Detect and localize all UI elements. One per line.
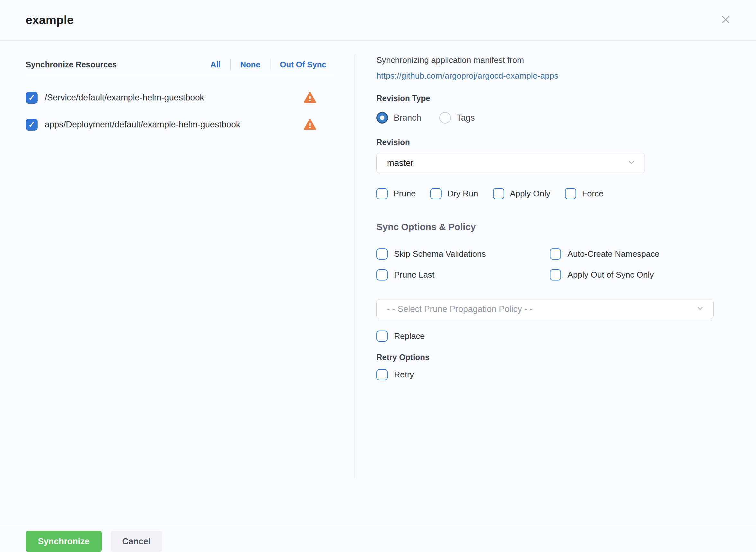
manifest-repo-link[interactable]: https://github.com/argoproj/argocd-examp… (376, 71, 558, 81)
checkbox-retry[interactable]: Retry (376, 369, 732, 380)
resource-checkbox-checked[interactable] (26, 119, 37, 131)
cancel-button[interactable]: Cancel (111, 531, 163, 552)
auto-create-namespace-label: Auto-Create Namespace (567, 249, 659, 259)
synchronize-button[interactable]: Synchronize (26, 531, 102, 552)
retry-options-heading: Retry Options (376, 353, 732, 362)
checkbox-dry-run[interactable]: Dry Run (430, 188, 478, 199)
checkbox-empty-icon (376, 188, 388, 199)
resource-filters: All None Out Of Sync (210, 59, 326, 70)
filter-separator (230, 59, 231, 70)
checkbox-empty-icon (550, 269, 561, 280)
close-icon (720, 14, 731, 26)
resource-row: /Service/default/example-helm-guestbook (26, 91, 334, 104)
radio-tags-label: Tags (457, 113, 475, 123)
close-button[interactable] (719, 13, 733, 27)
radio-selected-icon (376, 112, 388, 124)
filter-none[interactable]: None (240, 60, 260, 69)
replace-label: Replace (394, 331, 425, 341)
skip-schema-validations-label: Skip Schema Validations (394, 249, 486, 259)
warning-icon (304, 91, 316, 104)
checkbox-empty-icon (376, 269, 388, 280)
checkbox-empty-icon (430, 188, 442, 199)
checkbox-empty-icon (376, 330, 388, 342)
checkbox-prune-last[interactable]: Prune Last (376, 269, 550, 280)
filter-out-of-sync[interactable]: Out Of Sync (280, 60, 326, 69)
prune-propagation-policy-select[interactable]: - - Select Prune Propagation Policy - - (376, 299, 714, 319)
sync-flags-row: Prune Dry Run Apply Only Force (376, 188, 732, 199)
resources-title: Synchronize Resources (26, 60, 117, 69)
revision-select[interactable]: master (376, 153, 645, 173)
checkbox-empty-icon (493, 188, 504, 199)
checkbox-empty-icon (376, 369, 388, 380)
checkbox-skip-schema-validations[interactable]: Skip Schema Validations (376, 248, 550, 260)
revision-label: Revision (376, 138, 732, 147)
apply-only-label: Apply Only (510, 189, 550, 199)
sync-options-heading: Sync Options & Policy (376, 222, 732, 232)
revision-select-value: master (387, 158, 627, 168)
retry-label: Retry (394, 370, 414, 380)
resources-pane: Synchronize Resources All None Out Of Sy… (26, 41, 334, 526)
prune-label: Prune (394, 189, 416, 199)
filter-all[interactable]: All (210, 60, 221, 69)
prune-last-label: Prune Last (394, 270, 435, 280)
apply-out-of-sync-only-label: Apply Out of Sync Only (567, 270, 654, 280)
radio-unselected-icon (439, 112, 451, 124)
resource-label: apps/Deployment/default/example-helm-gue… (45, 120, 304, 130)
resource-checkbox-checked[interactable] (26, 92, 37, 104)
checkbox-empty-icon (376, 248, 388, 260)
manifest-source-text: Synchronizing application manifest from (376, 55, 732, 65)
resource-row: apps/Deployment/default/example-helm-gue… (26, 118, 334, 131)
revision-type-options: Branch Tags (376, 112, 732, 124)
force-label: Force (582, 189, 603, 199)
checkbox-replace[interactable]: Replace (376, 330, 732, 342)
checkbox-auto-create-namespace[interactable]: Auto-Create Namespace (550, 248, 732, 260)
chevron-down-icon (696, 304, 704, 314)
radio-branch-label: Branch (394, 113, 421, 123)
dry-run-label: Dry Run (447, 189, 478, 199)
checkbox-force[interactable]: Force (565, 188, 603, 199)
checkbox-apply-only[interactable]: Apply Only (493, 188, 550, 199)
checkbox-apply-out-of-sync-only[interactable]: Apply Out of Sync Only (550, 269, 732, 280)
prune-propagation-policy-placeholder: - - Select Prune Propagation Policy - - (387, 304, 696, 314)
resources-divider (26, 77, 334, 77)
checkbox-empty-icon (565, 188, 576, 199)
sync-modal: example Synchronize Resources All None O… (0, 0, 756, 552)
sync-options-grid: Skip Schema Validations Auto-Create Name… (376, 248, 732, 280)
radio-tags[interactable]: Tags (439, 112, 475, 124)
checkbox-empty-icon (550, 248, 561, 260)
revision-type-label: Revision Type (376, 94, 732, 103)
modal-title: example (26, 12, 732, 28)
resource-label: /Service/default/example-helm-guestbook (45, 93, 304, 103)
radio-branch[interactable]: Branch (376, 112, 421, 124)
modal-content: Synchronize Resources All None Out Of Sy… (0, 41, 756, 526)
modal-footer: Synchronize Cancel (0, 526, 756, 552)
modal-header: example (0, 0, 756, 28)
chevron-down-icon (627, 158, 636, 168)
checkbox-prune[interactable]: Prune (376, 188, 416, 199)
filter-separator (270, 59, 271, 70)
warning-icon (304, 118, 316, 131)
resources-header: Synchronize Resources All None Out Of Sy… (26, 59, 334, 70)
sync-options-pane: Synchronizing application manifest from … (355, 41, 732, 526)
